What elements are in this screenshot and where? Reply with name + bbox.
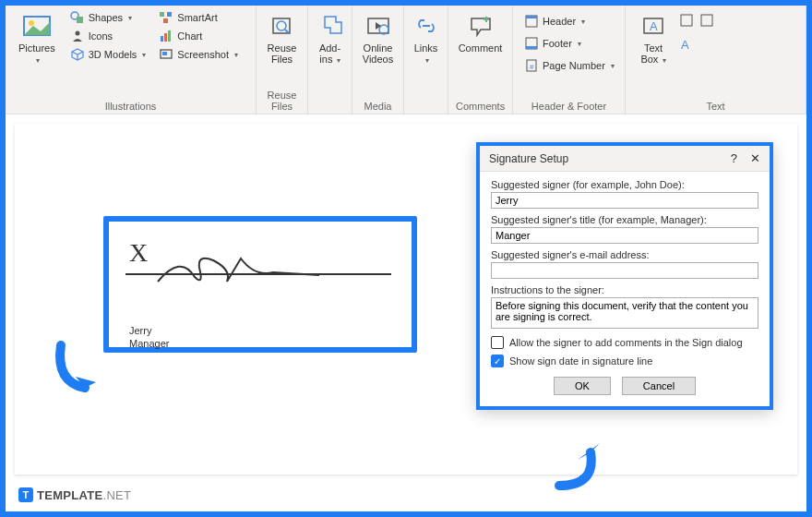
- text-icon[interactable]: A: [679, 37, 694, 55]
- checkbox-checked-icon: ✓: [491, 355, 504, 367]
- shapes-icon: [70, 10, 85, 25]
- chevron-down-icon: ▾: [578, 40, 581, 48]
- shapes-button[interactable]: Shapes▾: [66, 9, 136, 26]
- header-button[interactable]: Header▾: [520, 13, 589, 30]
- reuse-files-button[interactable]: Reuse Files: [264, 9, 300, 66]
- allow-comments-checkbox[interactable]: Allow the signer to add comments in the …: [491, 336, 758, 349]
- footer-icon: [524, 36, 539, 51]
- group-header-footer: Header▾ Footer▾ #Page Number▾ Header & F…: [513, 6, 626, 114]
- svg-rect-25: [681, 15, 692, 26]
- comment-button[interactable]: Comment: [456, 9, 505, 55]
- dialog-body: Suggested signer (for example, John Doe)…: [480, 172, 770, 406]
- svg-point-14: [277, 21, 286, 30]
- screenshot-icon: [159, 47, 173, 62]
- smartart-icon: [159, 10, 173, 25]
- svg-rect-3: [77, 17, 83, 23]
- svg-rect-20: [526, 46, 537, 49]
- chevron-down-icon: ▾: [611, 62, 615, 70]
- comment-icon: [466, 11, 496, 41]
- svg-text:A: A: [650, 19, 658, 33]
- chart-icon: [159, 29, 173, 43]
- svg-rect-8: [161, 36, 163, 42]
- svg-rect-18: [526, 16, 537, 18]
- header-icon: [524, 14, 539, 29]
- svg-rect-10: [168, 30, 171, 42]
- icons-icon: [70, 29, 85, 43]
- pictures-icon: [22, 11, 52, 41]
- signature-setup-dialog: Signature Setup ? ✕ Suggested signer (fo…: [476, 142, 773, 410]
- chevron-down-icon: ▾: [334, 56, 340, 65]
- chevron-down-icon: ▾: [128, 14, 132, 22]
- group-label: Header & Footer: [520, 101, 617, 112]
- group-media: Online Videos Media: [352, 6, 404, 114]
- group-label: Comments: [456, 101, 505, 112]
- svg-rect-9: [164, 33, 167, 42]
- signature-scribble-icon: [153, 249, 338, 288]
- role-label: Suggested signer's title (for example, M…: [491, 214, 758, 225]
- svg-rect-27: [701, 15, 712, 26]
- signature-line: [125, 273, 391, 275]
- group-illustrations: Pictures▾ Shapes▾ Icons 3D Models▾ Smart…: [6, 6, 257, 114]
- signature-x: X: [129, 238, 148, 267]
- brand-footer: T TEMPLATE.NET: [18, 487, 131, 502]
- chevron-down-icon: ▾: [660, 56, 665, 65]
- page-number-button[interactable]: #Page Number▾: [520, 57, 618, 74]
- screenshot-button[interactable]: Screenshot▾: [155, 46, 242, 63]
- footer-button[interactable]: Footer▾: [520, 35, 585, 52]
- group-label: Reuse Files: [264, 90, 300, 112]
- svg-rect-12: [162, 52, 167, 55]
- chevron-down-icon: ▾: [36, 56, 40, 65]
- chevron-down-icon: ▾: [142, 51, 146, 59]
- link-icon: [412, 11, 441, 41]
- text-box-icon: A: [639, 11, 668, 41]
- pictures-label: Pictures: [18, 42, 55, 54]
- cancel-button[interactable]: Cancel: [622, 377, 696, 395]
- role-input[interactable]: [491, 227, 758, 244]
- smartart-button[interactable]: SmartArt: [155, 9, 221, 26]
- brand-logo-icon: T: [18, 487, 33, 502]
- group-label: Text: [633, 101, 798, 112]
- group-text: A Text Box ▾ A Text: [626, 6, 806, 114]
- links-button[interactable]: Links▾: [412, 9, 440, 67]
- video-icon: [364, 11, 393, 41]
- signer-input[interactable]: [491, 192, 758, 209]
- text-icon[interactable]: [679, 13, 694, 31]
- svg-text:#: #: [530, 63, 534, 71]
- email-label: Suggested signer's e-mail address:: [491, 249, 758, 260]
- group-comments: Comment Comments: [448, 6, 513, 114]
- text-box-button[interactable]: A Text Box ▾: [633, 9, 674, 67]
- signer-name: Jerry: [129, 325, 391, 336]
- chevron-down-icon: ▾: [234, 51, 238, 59]
- instructions-label: Instructions to the signer:: [491, 284, 758, 295]
- chart-button[interactable]: Chart: [155, 28, 206, 44]
- svg-point-1: [29, 20, 34, 26]
- email-input[interactable]: [491, 262, 758, 279]
- svg-rect-7: [163, 18, 168, 23]
- ok-button[interactable]: OK: [554, 377, 611, 395]
- ribbon: Pictures▾ Shapes▾ Icons 3D Models▾ Smart…: [6, 6, 806, 114]
- show-date-checkbox[interactable]: ✓Show sign date in signature line: [491, 355, 758, 367]
- icons-button[interactable]: Icons: [66, 28, 116, 44]
- pictures-button[interactable]: Pictures▾: [13, 9, 61, 67]
- group-reuse: Reuse Files Reuse Files: [257, 6, 308, 114]
- 3d-models-button[interactable]: 3D Models▾: [66, 46, 150, 63]
- group-addins: Add- ins ▾: [308, 6, 352, 114]
- svg-rect-5: [160, 12, 164, 17]
- text-icon[interactable]: [699, 13, 714, 31]
- cube-icon: [70, 47, 85, 62]
- svg-point-4: [75, 31, 79, 36]
- instructions-input[interactable]: Before signing this document, verify tha…: [491, 297, 758, 329]
- reuse-files-icon: [268, 11, 297, 41]
- svg-text:A: A: [681, 38, 689, 52]
- chevron-down-icon: ▾: [425, 56, 429, 65]
- addins-button[interactable]: Add- ins ▾: [316, 9, 344, 67]
- online-videos-button[interactable]: Online Videos: [360, 9, 396, 66]
- svg-rect-6: [167, 12, 172, 17]
- chevron-down-icon: ▾: [581, 18, 585, 26]
- arrow-annotation-icon: [52, 336, 103, 401]
- close-icon[interactable]: ✕: [750, 151, 760, 165]
- help-icon[interactable]: ?: [731, 151, 737, 165]
- addins-icon: [316, 11, 345, 41]
- app-window: Pictures▾ Shapes▾ Icons 3D Models▾ Smart…: [6, 6, 806, 511]
- group-label: Illustrations: [13, 101, 248, 112]
